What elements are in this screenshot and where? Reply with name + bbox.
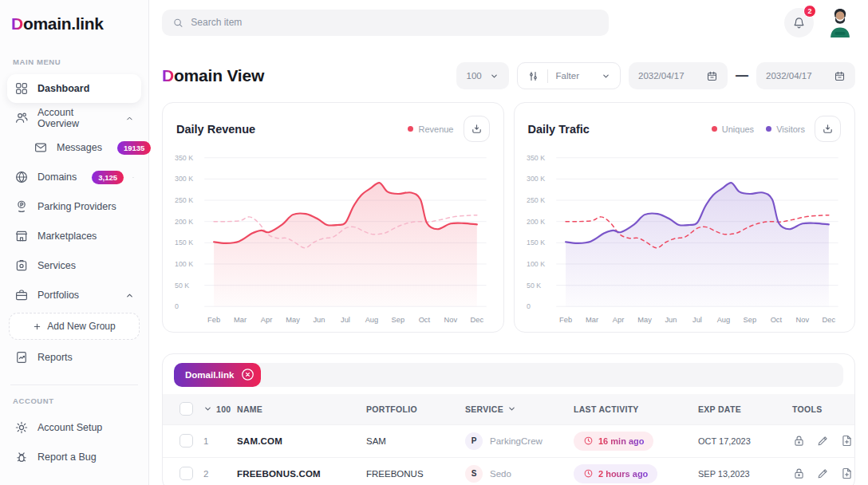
page-title: Domain View — [162, 66, 264, 85]
svg-text:50 K: 50 K — [527, 282, 541, 290]
chart-title: Daily Revenue — [176, 123, 255, 136]
column-exp-date[interactable]: EXP DATE — [698, 404, 792, 414]
main-menu-label: MAIN MENU — [13, 57, 148, 66]
domains-table-card: Domail.link 100 NAME PORTFOLIO SERVICE L… — [162, 353, 855, 485]
legend-dot — [712, 126, 717, 132]
table-row: 2 FREEBONUS.COM FREEBONUS S Sedo 2 hours… — [163, 457, 854, 485]
column-service[interactable]: SERVICE — [465, 404, 574, 414]
sidebar-item-report-bug[interactable]: Report a Bug — [7, 443, 141, 471]
chart-header: Daily Trafic Uniques Visitors — [528, 116, 842, 142]
parking-icon — [14, 199, 29, 214]
app-root: Domain.link MAIN MENU Dashboard Account … — [0, 0, 868, 485]
sidebar-item-label: Report a Bug — [37, 451, 97, 463]
domain-name[interactable]: SAM.COM — [237, 436, 366, 446]
sidebar: Domain.link MAIN MENU Dashboard Account … — [0, 0, 149, 485]
page-title-accent: D — [162, 66, 174, 85]
chevron-down-icon — [490, 72, 499, 81]
search-input[interactable] — [191, 17, 598, 28]
select-all-checkbox[interactable] — [180, 402, 193, 416]
user-avatar[interactable] — [825, 6, 855, 38]
service-avatar: S — [465, 465, 483, 483]
date-to-picker[interactable]: 2032/04/17 — [756, 62, 855, 89]
chart-legend: Revenue — [408, 124, 453, 134]
date-range-separator: — — [736, 69, 748, 83]
sidebar-item-portfolios[interactable]: Portfolios — [7, 281, 141, 310]
table-header-row: 100 NAME PORTFOLIO SERVICE LAST ACTIVITY… — [163, 394, 854, 424]
logo-rest: omain.link — [23, 14, 104, 34]
logo: Domain.link — [0, 11, 148, 34]
date-from-picker[interactable]: 2032/04/17 — [629, 62, 728, 89]
chart-title: Daily Trafic — [528, 123, 590, 136]
download-icon — [822, 123, 834, 135]
sidebar-item-dashboard[interactable]: Dashboard — [7, 74, 141, 103]
lock-icon[interactable] — [792, 467, 806, 480]
sidebar-item-label: Account Setup — [37, 422, 102, 433]
clock-icon — [583, 468, 594, 479]
plus-icon — [33, 322, 41, 331]
svg-text:100 K: 100 K — [175, 260, 193, 268]
search-box[interactable] — [162, 10, 609, 36]
sidebar-divider — [10, 384, 138, 385]
storefront-icon — [14, 229, 29, 243]
svg-text:250 K: 250 K — [175, 196, 193, 204]
svg-text:Apr: Apr — [261, 316, 273, 324]
svg-text:150 K: 150 K — [527, 239, 545, 246]
column-count[interactable]: 100 — [203, 404, 237, 414]
svg-text:Apr: Apr — [612, 316, 624, 324]
file-plus-icon[interactable] — [840, 434, 854, 448]
domain-name[interactable]: FREEBONUS.COM — [237, 469, 366, 479]
filter-chip[interactable]: Domail.link — [174, 363, 261, 387]
date-from-value: 2032/04/17 — [638, 71, 685, 81]
pencil-icon[interactable] — [816, 434, 830, 448]
row-checkbox[interactable] — [180, 434, 193, 448]
page-header: Domain View 100 Falter 2032/04/17 — — [162, 62, 855, 89]
row-number: 2 — [203, 469, 237, 479]
svg-text:May: May — [286, 316, 300, 324]
bug-icon — [14, 450, 29, 464]
notifications-button[interactable]: 2 — [784, 8, 814, 37]
filter-dropdown[interactable]: Falter — [517, 62, 621, 89]
column-name[interactable]: NAME — [237, 404, 366, 414]
pencil-icon[interactable] — [816, 467, 830, 480]
row-checkbox[interactable] — [180, 467, 193, 480]
sidebar-item-label: Reports — [37, 352, 73, 363]
svg-text:Jul: Jul — [692, 316, 701, 324]
sidebar-item-parking-providers[interactable]: Parking Providers — [7, 192, 141, 221]
svg-text:350 K: 350 K — [527, 154, 545, 162]
gear-icon — [14, 420, 29, 435]
svg-text:May: May — [637, 316, 652, 324]
sidebar-item-account-setup[interactable]: Account Setup — [7, 413, 141, 442]
chart-header: Daily Revenue Revenue — [176, 116, 490, 142]
svg-text:Dec: Dec — [471, 316, 484, 324]
sidebar-item-marketplaces[interactable]: Marketplaces — [7, 222, 141, 250]
portfolio-name: SAM — [366, 436, 465, 446]
page-size-select[interactable]: 100 — [456, 62, 509, 89]
sidebar-item-messages[interactable]: Messages 19135 — [26, 133, 141, 162]
sidebar-item-reports[interactable]: Reports — [7, 343, 141, 372]
download-button[interactable] — [464, 116, 490, 142]
chevron-down-icon — [203, 404, 212, 413]
download-button[interactable] — [815, 116, 841, 142]
daily-traffic-chart: 350 K300 K250 K200 K150 K100 K50 K0FebMa… — [527, 148, 843, 327]
sidebar-item-domains[interactable]: Domains 3,125 — [7, 163, 141, 191]
calendar-icon — [834, 70, 846, 82]
svg-text:Sep: Sep — [392, 316, 405, 324]
svg-text:Nov: Nov — [795, 316, 809, 324]
svg-text:250 K: 250 K — [527, 196, 545, 204]
svg-text:Feb: Feb — [207, 316, 220, 324]
add-new-group-button[interactable]: Add New Group — [9, 313, 140, 340]
file-plus-icon[interactable] — [840, 467, 854, 480]
sidebar-item-services[interactable]: Services — [7, 251, 141, 280]
column-portfolio[interactable]: PORTFOLIO — [366, 404, 465, 414]
service-cell: S Sedo — [465, 465, 574, 483]
sidebar-item-account-overview[interactable]: Account Overview — [7, 104, 141, 132]
account-section-label: ACCOUNT — [13, 396, 148, 405]
service-cell: P ParkingCrew — [465, 432, 574, 450]
lock-icon[interactable] — [792, 434, 806, 448]
svg-text:Aug: Aug — [365, 316, 379, 324]
chevron-up-icon — [125, 291, 134, 300]
column-last-activity[interactable]: LAST ACTIVITY — [574, 404, 698, 414]
close-icon[interactable] — [240, 367, 255, 382]
column-tools: TOOLS — [792, 404, 854, 414]
service-name: ParkingCrew — [490, 436, 542, 446]
